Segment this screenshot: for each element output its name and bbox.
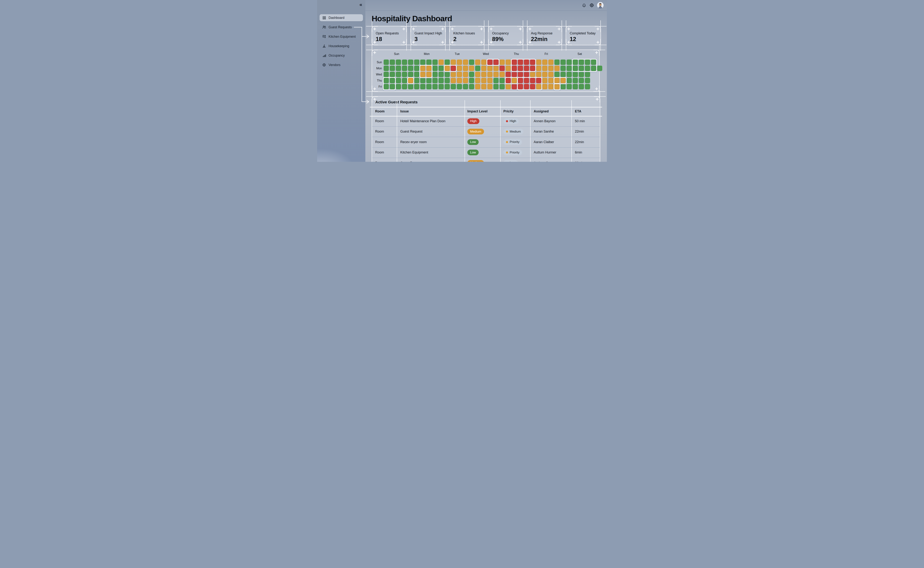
heatmap-cell[interactable] (383, 71, 389, 77)
heatmap-cell[interactable] (573, 71, 578, 77)
heatmap-cell[interactable] (530, 59, 535, 65)
heatmap-cell[interactable] (524, 65, 529, 71)
heatmap-cell[interactable] (390, 84, 395, 89)
heatmap-cell[interactable] (560, 71, 566, 77)
heatmap-cell[interactable] (402, 59, 407, 65)
heatmap-cell[interactable] (542, 59, 547, 65)
heatmap-cell[interactable] (396, 78, 401, 83)
table-header-eta[interactable]: ETA (571, 107, 597, 116)
gear-icon[interactable] (589, 3, 594, 8)
sidebar-item-occupancy[interactable]: Occupancy (320, 52, 363, 59)
heatmap-cell[interactable] (548, 65, 554, 71)
heatmap-cell[interactable] (505, 65, 511, 71)
heatmap-cell[interactable] (524, 84, 529, 89)
heatmap-cell[interactable] (469, 59, 474, 65)
heatmap-cell[interactable] (451, 71, 456, 77)
heatmap-cell[interactable] (420, 71, 426, 77)
heatmap-cell[interactable] (560, 59, 566, 65)
heatmap-cell[interactable] (396, 71, 401, 77)
heatmap-cell[interactable] (511, 84, 517, 89)
heatmap-cell[interactable] (536, 65, 541, 71)
heatmap-cell[interactable] (597, 65, 603, 71)
heatmap-cell[interactable] (536, 59, 541, 65)
heatmap-cell[interactable] (469, 78, 474, 83)
heatmap-cell[interactable] (487, 78, 493, 83)
heatmap-cell[interactable] (469, 65, 474, 71)
heatmap-cell[interactable] (518, 78, 523, 83)
heatmap-cell[interactable] (499, 71, 505, 77)
heatmap-cell[interactable] (518, 71, 523, 77)
heatmap-cell[interactable] (579, 84, 584, 89)
table-header-issue[interactable]: Issue (397, 107, 464, 116)
heatmap-cell[interactable] (390, 65, 395, 71)
heatmap-cell[interactable] (420, 84, 426, 89)
heatmap-cell[interactable] (560, 78, 566, 83)
heatmap-cell[interactable] (542, 71, 547, 77)
heatmap-cell[interactable] (493, 78, 499, 83)
table-header-impact-level[interactable]: Impact Level (464, 107, 500, 116)
heatmap-cell[interactable] (524, 78, 529, 83)
heatmap-cell[interactable] (542, 65, 547, 71)
heatmap-cell[interactable] (493, 71, 499, 77)
heatmap-cell[interactable] (554, 84, 560, 89)
heatmap-cell[interactable] (383, 59, 389, 65)
bell-icon[interactable] (582, 3, 586, 8)
sidebar-collapse-button[interactable]: « (359, 2, 362, 7)
heatmap-cell[interactable] (408, 84, 413, 89)
heatmap-cell[interactable] (426, 78, 432, 83)
table-row[interactable]: RoomGuest RequestMediumMediumAaran Sanih… (372, 127, 600, 137)
heatmap-cell[interactable] (457, 65, 462, 71)
heatmap-cell[interactable] (420, 65, 426, 71)
heatmap-cell[interactable] (390, 78, 395, 83)
heatmap-cell[interactable] (414, 65, 419, 71)
heatmap-cell[interactable] (414, 84, 419, 89)
heatmap-cell[interactable] (567, 59, 572, 65)
heatmap-cell[interactable] (457, 71, 462, 77)
heatmap-cell[interactable] (524, 71, 529, 77)
heatmap-cell[interactable] (518, 65, 523, 71)
heatmap-cell[interactable] (390, 71, 395, 77)
heatmap-cell[interactable] (511, 65, 517, 71)
heatmap-cell[interactable] (567, 78, 572, 83)
heatmap-cell[interactable] (511, 59, 517, 65)
heatmap-cell[interactable] (408, 65, 413, 71)
heatmap-cell[interactable] (402, 71, 407, 77)
heatmap-cell[interactable] (493, 65, 499, 71)
heatmap-cell[interactable] (542, 84, 547, 89)
heatmap-cell[interactable] (481, 71, 487, 77)
heatmap-cell[interactable] (432, 78, 438, 83)
heatmap-cell[interactable] (530, 78, 535, 83)
heatmap-cell[interactable] (560, 84, 566, 89)
heatmap-cell[interactable] (560, 65, 566, 71)
heatmap-cell[interactable] (402, 84, 407, 89)
heatmap-cell[interactable] (554, 59, 560, 65)
stat-card-avg-response[interactable]: Avg Response22min (527, 26, 562, 45)
table-row[interactable]: RoomGuest RequestMediumLowAndrew Stappe2… (372, 158, 600, 162)
heatmap-cell[interactable] (536, 84, 541, 89)
heatmap-cell[interactable] (567, 71, 572, 77)
heatmap-cell[interactable] (396, 84, 401, 89)
heatmap-cell[interactable] (518, 84, 523, 89)
heatmap-cell[interactable] (414, 78, 419, 83)
heatmap-cell[interactable] (438, 71, 444, 77)
heatmap-cell[interactable] (383, 78, 389, 83)
heatmap-cell[interactable] (524, 59, 529, 65)
heatmap-cell[interactable] (554, 71, 560, 77)
stat-card-open-requests[interactable]: Open Requests18 (372, 26, 407, 45)
heatmap-cell[interactable] (585, 78, 590, 83)
heatmap-cell[interactable] (487, 71, 493, 77)
heatmap-cell[interactable] (505, 78, 511, 83)
heatmap-cell[interactable] (573, 78, 578, 83)
sidebar-item-vendors[interactable]: Vendors (320, 61, 363, 68)
heatmap-cell[interactable] (573, 65, 578, 71)
heatmap-cell[interactable] (432, 65, 438, 71)
heatmap-cell[interactable] (390, 59, 395, 65)
heatmap-cell[interactable] (591, 59, 596, 65)
heatmap-cell[interactable] (585, 84, 590, 89)
heatmap-cell[interactable] (414, 59, 419, 65)
heatmap-cell[interactable] (499, 78, 505, 83)
table-header-assigned[interactable]: Assigned (530, 107, 571, 116)
table-header-pricity[interactable]: Pricity (500, 107, 530, 116)
heatmap-cell[interactable] (487, 84, 493, 89)
heatmap-cell[interactable] (426, 59, 432, 65)
